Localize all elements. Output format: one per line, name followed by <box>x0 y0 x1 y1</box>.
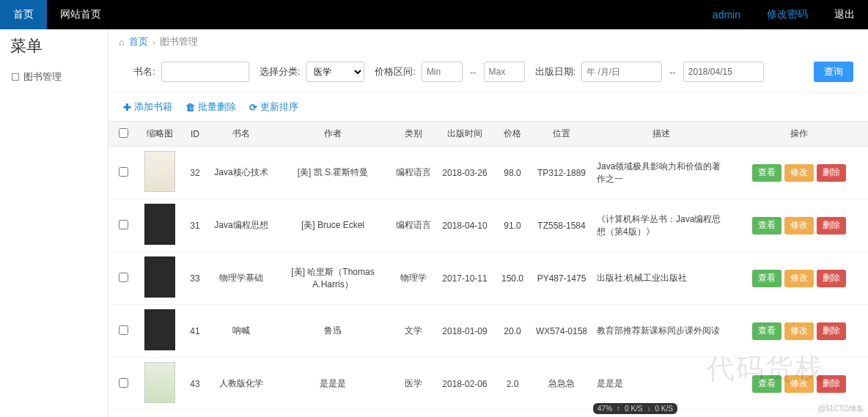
cell-location: PY487-1475 <box>531 252 592 305</box>
col-price: 价格 <box>494 122 531 147</box>
table-row: 33物理学基础[美] 哈里斯（Thomas A.Harris）物理学2017-1… <box>108 252 868 305</box>
nav-home[interactable]: 首页 <box>0 0 47 29</box>
cell-category: 编程语言 <box>391 147 435 199</box>
thumbnail <box>144 204 175 245</box>
input-bookname[interactable] <box>161 62 249 82</box>
row-checkbox[interactable] <box>119 167 128 177</box>
delete-button[interactable]: 删除 <box>817 375 846 393</box>
cell-name: 呐喊 <box>208 305 274 358</box>
add-book-link[interactable]: ✚添加书籍 <box>123 100 172 114</box>
table-header-row: 缩略图 ID 书名 作者 类别 出版时间 价格 位置 描述 操作 <box>108 122 868 147</box>
cell-desc: 教育部推荐新课标同步课外阅读 <box>592 305 730 358</box>
cell-author: [美] Bruce Eckel <box>274 199 391 252</box>
edit-button[interactable]: 修改 <box>784 217 814 235</box>
cell-id: 31 <box>182 199 208 252</box>
breadcrumb-home[interactable]: 首页 <box>129 35 148 48</box>
cell-price: 91.0 <box>494 199 531 252</box>
col-location: 位置 <box>531 122 592 147</box>
view-button[interactable]: 查看 <box>752 217 781 235</box>
cell-id: 33 <box>182 252 208 305</box>
cell-category: 医学 <box>391 358 435 410</box>
search-button[interactable]: 查询 <box>814 62 853 82</box>
cell-location: 急急急 <box>531 358 592 410</box>
cell-location: TZ558-1584 <box>531 199 592 252</box>
select-category[interactable]: 医学 <box>306 62 364 82</box>
cell-desc: 是是是 <box>592 358 730 410</box>
sidebar-item-label: 图书管理 <box>23 70 62 84</box>
cell-desc: 出版社:机械工业出版社 <box>592 252 730 305</box>
cell-author: 是是是 <box>274 358 391 410</box>
input-price-max[interactable] <box>484 62 525 82</box>
cell-pubdate: 2018-01-09 <box>435 305 494 358</box>
label-price: 价格区间: <box>375 65 416 78</box>
delete-button[interactable]: 删除 <box>817 270 846 287</box>
col-desc: 描述 <box>592 122 730 147</box>
cell-pubdate: 2017-10-11 <box>435 252 494 305</box>
edit-button[interactable]: 修改 <box>784 164 814 182</box>
col-thumb: 缩略图 <box>138 122 182 147</box>
table-row: 32Java核心技术[美] 凯 S.霍斯特曼编程语言2018-03-2698.0… <box>108 147 868 199</box>
cell-id: 41 <box>182 305 208 358</box>
delete-button[interactable]: 删除 <box>817 217 846 235</box>
cell-author: [美] 凯 S.霍斯特曼 <box>274 147 391 199</box>
plus-icon: ✚ <box>123 102 131 113</box>
square-icon <box>12 73 19 81</box>
table-row: 43人教版化学是是是医学2018-02-062.0急急急是是是查看修改删除 <box>108 358 868 410</box>
row-checkbox[interactable] <box>119 220 128 229</box>
view-button[interactable]: 查看 <box>752 270 781 287</box>
view-button[interactable]: 查看 <box>752 375 781 393</box>
home-icon: ⌂ <box>119 37 125 48</box>
range-sep: -- <box>468 67 478 78</box>
batch-delete-link[interactable]: 🗑批量删除 <box>185 100 236 114</box>
delete-button[interactable]: 删除 <box>817 322 846 340</box>
nav-logout[interactable]: 退出 <box>821 0 868 29</box>
sidebar-item-books[interactable]: 图书管理 <box>0 64 108 89</box>
cell-location: TP312-1889 <box>531 147 592 199</box>
cell-pubdate: 2018-03-26 <box>435 147 494 199</box>
cell-price: 20.0 <box>494 305 531 358</box>
col-category: 类别 <box>391 122 435 147</box>
row-checkbox[interactable] <box>119 325 128 335</box>
col-id: ID <box>182 122 208 147</box>
thumbnail <box>144 309 175 350</box>
cell-price: 2.0 <box>494 358 531 410</box>
select-all-checkbox[interactable] <box>119 128 128 138</box>
cell-category: 编程语言 <box>391 199 435 252</box>
cell-name: 物理学基础 <box>208 252 274 305</box>
col-pubdate: 出版时间 <box>435 122 494 147</box>
cell-name: Java核心技术 <box>208 147 274 199</box>
breadcrumb: ⌂ 首页 › 图书管理 <box>108 29 868 54</box>
input-date-to[interactable] <box>683 62 764 82</box>
edit-button[interactable]: 修改 <box>784 322 814 340</box>
edit-button[interactable]: 修改 <box>784 270 814 287</box>
nav-change-password[interactable]: 修改密码 <box>754 0 821 29</box>
nav-username[interactable]: admin <box>699 0 754 29</box>
row-checkbox[interactable] <box>119 273 128 282</box>
view-button[interactable]: 查看 <box>752 164 781 182</box>
cell-location: WX574-0158 <box>531 305 592 358</box>
view-button[interactable]: 查看 <box>752 322 781 340</box>
input-price-min[interactable] <box>422 62 463 82</box>
breadcrumb-current: 图书管理 <box>160 35 198 48</box>
action-bar: ✚添加书籍 🗑批量删除 ⟳更新排序 <box>108 93 868 121</box>
cell-author: 鲁迅 <box>274 305 391 358</box>
books-table: 缩略图 ID 书名 作者 类别 出版时间 价格 位置 描述 操作 32Java核… <box>108 121 868 410</box>
table-row: 41呐喊鲁迅文学2018-01-0920.0WX574-0158教育部推荐新课标… <box>108 305 868 358</box>
col-name: 书名 <box>208 122 274 147</box>
cell-id: 43 <box>182 358 208 410</box>
label-bookname: 书名: <box>133 65 155 78</box>
cell-name: 人教版化学 <box>208 358 274 410</box>
cell-price: 150.0 <box>494 252 531 305</box>
col-author: 作者 <box>274 122 391 147</box>
delete-button[interactable]: 删除 <box>817 164 846 182</box>
input-date-from[interactable] <box>581 62 662 82</box>
edit-button[interactable]: 修改 <box>784 375 814 393</box>
thumbnail <box>144 151 175 192</box>
filter-bar: 书名: 选择分类: 医学 价格区间: -- 出版日期: -- 查询 <box>108 54 868 93</box>
cell-name: Java编程思想 <box>208 199 274 252</box>
nav-site-home[interactable]: 网站首页 <box>47 0 114 29</box>
resort-link[interactable]: ⟳更新排序 <box>249 100 298 114</box>
cell-pubdate: 2018-02-06 <box>435 358 494 410</box>
row-checkbox[interactable] <box>119 378 128 388</box>
breadcrumb-sep: › <box>152 37 155 48</box>
